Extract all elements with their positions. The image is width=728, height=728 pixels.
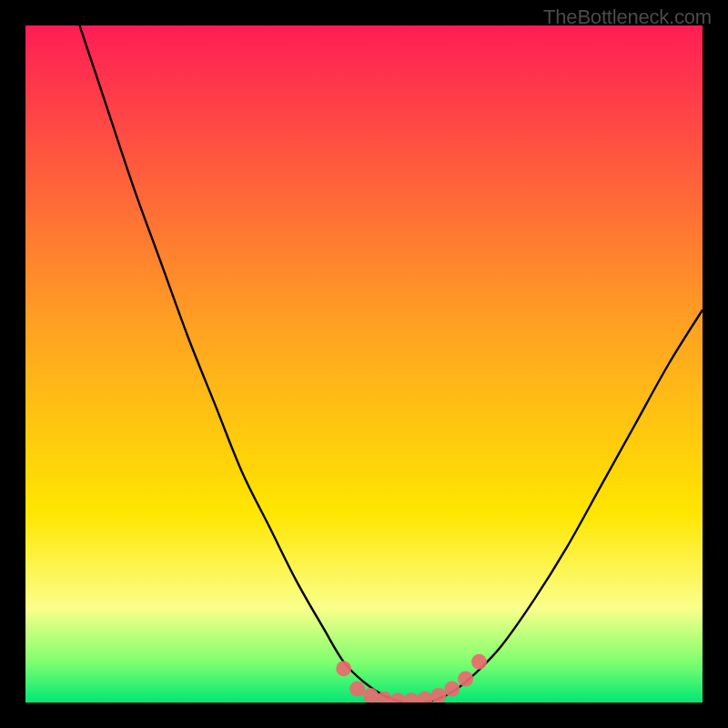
marker-dot — [458, 671, 473, 686]
marker-dot — [444, 682, 460, 697]
plot-area — [25, 25, 703, 703]
watermark-text: TheBottleneck.com — [543, 5, 712, 29]
marker-dot — [349, 682, 365, 697]
marker-dot — [471, 654, 487, 670]
chart-svg — [25, 25, 703, 703]
chart-container: TheBottleneck.com — [0, 0, 728, 728]
marker-dot — [336, 661, 351, 676]
gradient-background — [25, 25, 703, 703]
